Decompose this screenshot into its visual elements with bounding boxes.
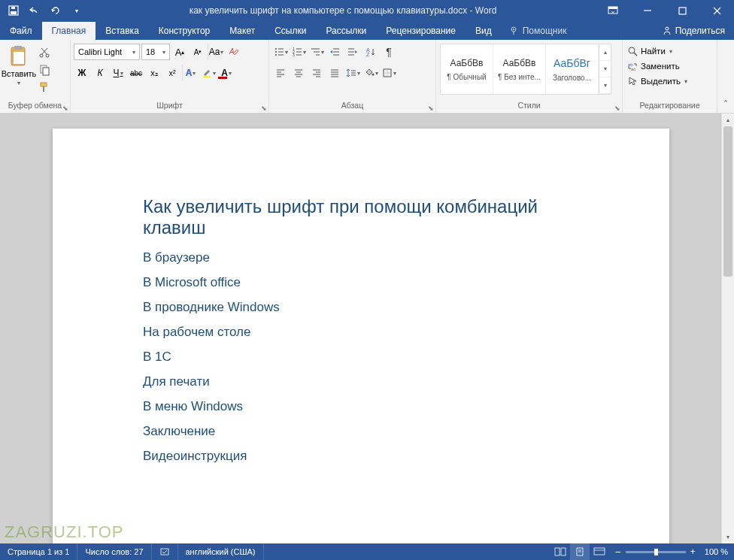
- share-button[interactable]: Поделиться: [653, 22, 734, 40]
- tell-me[interactable]: Помощник: [502, 22, 575, 40]
- document-page[interactable]: Как увеличить шрифт при помощи комбинаци…: [53, 129, 669, 543]
- svg-point-17: [46, 54, 49, 57]
- style-nospacing[interactable]: АаБбВв ¶ Без инте...: [493, 44, 546, 94]
- paste-button[interactable]: Вставить ▾: [3, 42, 35, 86]
- scroll-down-icon[interactable]: ▾: [722, 531, 734, 543]
- sort-icon[interactable]: AZ: [362, 44, 379, 60]
- italic-button[interactable]: К: [92, 65, 108, 81]
- cut-icon[interactable]: [36, 45, 53, 60]
- group-clipboard-label: Буфер обмена: [0, 101, 70, 113]
- strike-button[interactable]: abc: [128, 65, 144, 81]
- paragraph-launcher-icon[interactable]: ⬊: [428, 104, 434, 112]
- align-left-icon[interactable]: [272, 65, 289, 81]
- view-web-icon[interactable]: [590, 543, 609, 560]
- tab-insert[interactable]: Вставка: [96, 22, 149, 40]
- maximize-icon[interactable]: [665, 0, 699, 21]
- svg-text:ac: ac: [631, 67, 635, 71]
- close-icon[interactable]: [699, 0, 734, 21]
- status-proof-icon[interactable]: [152, 543, 178, 560]
- font-size-value: 18: [146, 47, 155, 56]
- shrink-font-icon[interactable]: A▾: [190, 44, 206, 60]
- font-color-icon[interactable]: A▾: [218, 65, 235, 81]
- format-painter-icon[interactable]: [36, 80, 53, 95]
- styles-down-icon[interactable]: ▾: [599, 61, 611, 77]
- multilevel-icon[interactable]: ▾: [308, 44, 325, 60]
- select-button[interactable]: Выделить▾: [626, 75, 689, 87]
- tab-layout[interactable]: Макет: [220, 22, 265, 40]
- svg-rect-21: [43, 68, 49, 75]
- tab-design[interactable]: Конструктор: [149, 22, 220, 40]
- minimize-icon[interactable]: [630, 0, 665, 21]
- highlight-icon[interactable]: ▾: [200, 65, 217, 81]
- style-normal[interactable]: АаБбВв ¶ Обычный: [441, 44, 493, 94]
- group-font-label: Шрифт: [71, 101, 268, 113]
- numbering-icon[interactable]: 123▾: [290, 44, 307, 60]
- tab-review[interactable]: Рецензирование: [376, 22, 466, 40]
- show-marks-icon[interactable]: ¶: [381, 44, 397, 60]
- align-center-icon[interactable]: [290, 65, 307, 81]
- svg-point-10: [513, 29, 514, 30]
- subscript-button[interactable]: x₂: [146, 65, 162, 81]
- shading-icon[interactable]: ▾: [362, 65, 379, 81]
- scroll-thumb[interactable]: [723, 126, 732, 277]
- font-name-select[interactable]: Calibri Light▾: [74, 44, 140, 60]
- outdent-icon[interactable]: [326, 44, 343, 60]
- underline-button[interactable]: Ч▾: [110, 65, 126, 81]
- doc-line: Для печати: [143, 374, 579, 389]
- change-case-icon[interactable]: Aa▾: [208, 44, 224, 60]
- align-right-icon[interactable]: [308, 65, 325, 81]
- zoom-value[interactable]: 100 %: [705, 547, 728, 556]
- replace-button[interactable]: abac Заменить: [626, 60, 689, 72]
- collapse-ribbon-icon[interactable]: ˄: [717, 40, 734, 113]
- styles-more-icon[interactable]: ▾: [599, 77, 611, 94]
- font-launcher-icon[interactable]: ⬊: [261, 104, 267, 112]
- clear-format-icon[interactable]: A: [226, 44, 242, 60]
- bullets-icon[interactable]: ▾: [272, 44, 289, 60]
- clipboard-launcher-icon[interactable]: ⬊: [62, 104, 68, 112]
- qa-customize-icon[interactable]: ▾: [66, 0, 87, 21]
- font-size-select[interactable]: 18▾: [141, 44, 170, 60]
- grow-font-icon[interactable]: A▴: [171, 44, 188, 60]
- borders-icon[interactable]: ▾: [381, 65, 397, 81]
- vertical-scrollbar[interactable]: ▴ ▾: [721, 114, 734, 543]
- save-icon[interactable]: [3, 0, 24, 21]
- svg-rect-2: [11, 7, 15, 9]
- tab-file[interactable]: Файл: [0, 22, 42, 40]
- justify-icon[interactable]: [326, 65, 343, 81]
- text-effects-icon[interactable]: A▾: [182, 65, 199, 81]
- redo-icon[interactable]: [45, 0, 66, 21]
- undo-icon[interactable]: [24, 0, 45, 21]
- copy-icon[interactable]: [36, 62, 53, 77]
- tab-references[interactable]: Ссылки: [265, 22, 316, 40]
- zoom-slider[interactable]: [626, 551, 686, 553]
- tab-mailings[interactable]: Рассылки: [316, 22, 376, 40]
- styles-up-icon[interactable]: ▴: [599, 44, 611, 61]
- find-button[interactable]: Найти▾: [626, 45, 689, 57]
- svg-point-31: [275, 54, 277, 56]
- doc-heading: Как увеличить шрифт при помощи комбинаци…: [143, 196, 579, 238]
- indent-icon[interactable]: [344, 44, 361, 60]
- zoom-in-icon[interactable]: +: [690, 546, 696, 557]
- svg-point-73: [629, 47, 635, 53]
- line-spacing-icon[interactable]: ▾: [344, 65, 361, 81]
- tab-view[interactable]: Вид: [466, 22, 502, 40]
- svg-rect-25: [203, 76, 211, 77]
- group-editing-label: Редактирование: [623, 101, 717, 113]
- scroll-up-icon[interactable]: ▴: [722, 114, 734, 126]
- bold-button[interactable]: Ж: [74, 65, 90, 81]
- svg-point-16: [40, 54, 43, 57]
- styles-gallery[interactable]: АаБбВв ¶ Обычный АаБбВв ¶ Без инте... Аа…: [440, 44, 611, 95]
- superscript-button[interactable]: x²: [164, 65, 180, 81]
- styles-launcher-icon[interactable]: ⬊: [614, 104, 620, 112]
- style-heading1[interactable]: АаБбВг Заголово...: [546, 44, 599, 94]
- doc-line: Заключение: [143, 424, 579, 439]
- view-print-icon[interactable]: [570, 543, 590, 560]
- status-lang[interactable]: английский (США): [178, 543, 264, 560]
- zoom-out-icon[interactable]: −: [615, 546, 621, 558]
- window-controls: [596, 0, 734, 21]
- status-page[interactable]: Страница 1 из 1: [0, 543, 77, 560]
- view-read-icon[interactable]: [550, 543, 570, 560]
- ribbon-opts-icon[interactable]: [596, 0, 630, 21]
- tab-home[interactable]: Главная: [42, 22, 96, 40]
- status-words[interactable]: Число слов: 27: [77, 543, 151, 560]
